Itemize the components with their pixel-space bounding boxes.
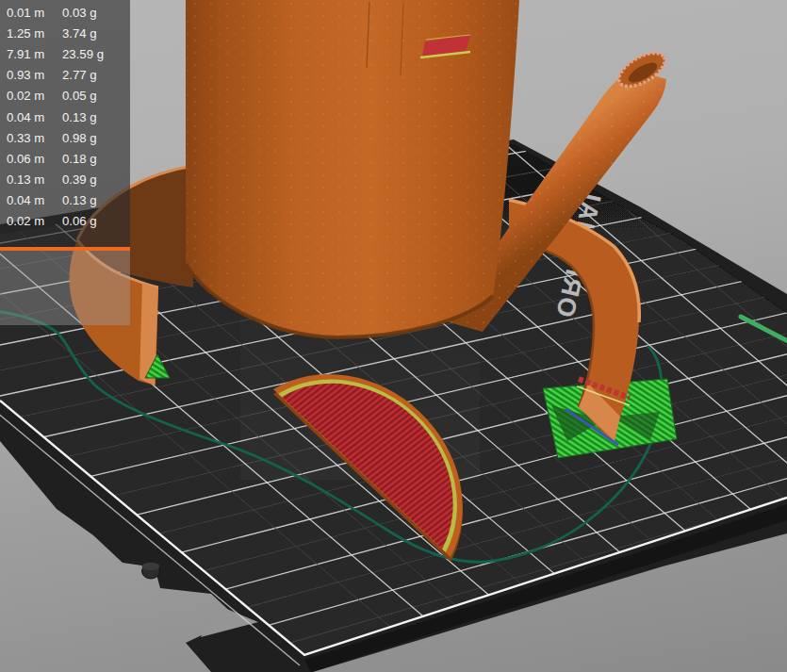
legend-row: 0.06 m0.18 g [0, 148, 130, 169]
slicer-preview-window: ORIGINAL [0, 0, 787, 672]
legend-row: 0.13 m0.39 g [0, 170, 130, 190]
filament-length: 7.91 m [7, 47, 56, 61]
legend-row: 0.33 m0.98 g [0, 127, 130, 148]
legend-rows: 0.01 m0.03 g1.25 m3.74 g7.91 m23.59 g0.9… [0, 2, 130, 232]
filament-weight: 0.98 g [62, 131, 97, 145]
legend-row: 0.02 m0.05 g [0, 86, 130, 107]
filament-weight: 0.05 g [62, 89, 97, 103]
filament-weight: 0.13 g [62, 110, 97, 124]
filament-length: 0.04 m [7, 193, 56, 207]
filament-weight: 0.39 g [62, 172, 97, 187]
filament-weight: 0.13 g [62, 193, 97, 207]
filament-length: 0.93 m [7, 68, 56, 82]
legend-row: 7.91 m23.59 g [0, 43, 130, 64]
legend-row: 0.01 m0.03 g [0, 2, 130, 23]
model-cylinder [186, 0, 519, 337]
legend-row: 0.02 m0.06 g [0, 211, 130, 232]
filament-length: 0.04 m [7, 110, 56, 124]
filament-length: 0.02 m [7, 89, 56, 103]
filament-length: 0.13 m [7, 172, 56, 187]
filament-length: 0.33 m [7, 131, 56, 145]
legend-row: 1.25 m3.74 g [0, 23, 130, 43]
filament-weight: 0.03 g [62, 6, 97, 20]
filament-weight: 3.74 g [62, 26, 97, 41]
filament-length: 0.02 m [7, 214, 56, 228]
legend-extension-panel [0, 251, 130, 325]
filament-weight: 23.59 g [62, 47, 104, 61]
filament-length: 0.01 m [7, 6, 56, 20]
filament-length: 0.06 m [7, 152, 56, 166]
legend-row: 0.04 m0.13 g [0, 190, 130, 211]
filament-weight: 0.18 g [62, 152, 97, 166]
filament-weight: 2.77 g [62, 68, 97, 82]
filament-weight: 0.06 g [62, 214, 97, 228]
legend-row: 0.04 m0.13 g [0, 107, 130, 127]
filament-length: 1.25 m [7, 26, 56, 41]
legend-panel: 0.01 m0.03 g1.25 m3.74 g7.91 m23.59 g0.9… [0, 0, 130, 247]
legend-row: 0.93 m2.77 g [0, 65, 130, 86]
